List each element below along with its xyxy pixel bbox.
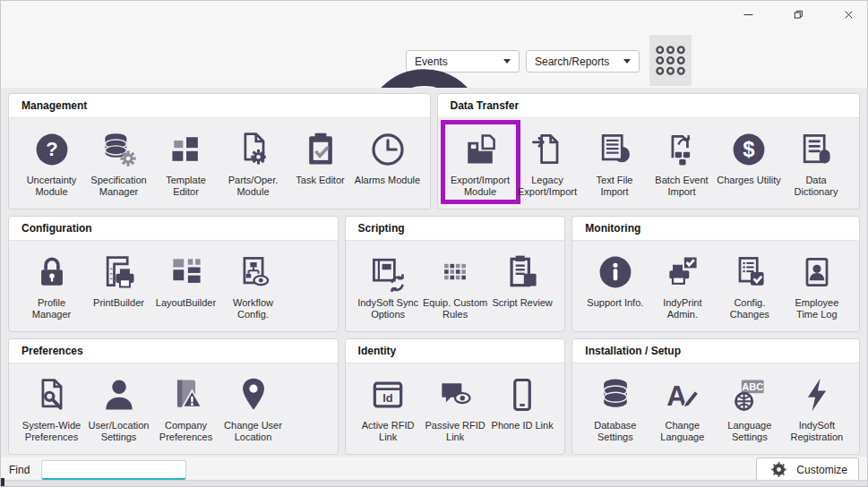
footer-bar: Find Customize bbox=[1, 457, 867, 483]
close-button[interactable] bbox=[841, 7, 856, 22]
tile-label: Charges Utility bbox=[717, 175, 781, 186]
tile-printbuilder[interactable]: PrintBuilder bbox=[85, 249, 152, 320]
map-pin-icon bbox=[234, 372, 273, 418]
minimize-button[interactable] bbox=[741, 7, 756, 22]
section-management: Management?Uncertainty ModuleSpecificati… bbox=[8, 93, 431, 209]
grid-small-icon bbox=[435, 249, 475, 295]
tile-label: Legacy Export/Import bbox=[514, 175, 581, 198]
tile-text-file-import[interactable]: Text File Import bbox=[581, 126, 649, 198]
tile-task-editor[interactable]: Task Editor bbox=[287, 126, 354, 198]
tile-label: Config. Changes bbox=[716, 297, 783, 320]
restore-button[interactable] bbox=[791, 7, 806, 22]
page-arrow-icon bbox=[528, 126, 567, 173]
corner-notch bbox=[1, 478, 4, 486]
tile-script-review[interactable]: Script Review bbox=[489, 249, 556, 320]
lock-icon bbox=[32, 249, 72, 295]
tile-passive-rfid-link[interactable]: Passive RFID Link bbox=[422, 372, 489, 443]
gear-icon bbox=[768, 458, 790, 481]
section-data-transfer: Data TransferExport/Import ModuleLegacy … bbox=[437, 93, 861, 209]
tile-label: Task Editor bbox=[296, 175, 344, 186]
tile-language-settings[interactable]: ABCLanguage Settings bbox=[716, 372, 783, 443]
data-dictionary-icon bbox=[796, 126, 836, 173]
svg-text:Id: Id bbox=[382, 391, 392, 405]
tile-label: Employee Time Log bbox=[783, 297, 850, 320]
tile-indysoft-sync-options[interactable]: IndySoft Sync Options bbox=[355, 249, 422, 320]
window-bottom-edge bbox=[1, 480, 867, 486]
abc-globe-icon: ABC bbox=[730, 372, 769, 418]
section-configuration: ConfigurationProfile ManagerPrintBuilder… bbox=[8, 216, 339, 332]
tile-database-settings[interactable]: Database Settings bbox=[581, 372, 649, 443]
svg-text:ABC: ABC bbox=[742, 381, 763, 392]
tile-parts-oper-module[interactable]: Parts/Oper. Module bbox=[219, 126, 287, 198]
document-gear-icon bbox=[234, 126, 273, 173]
svg-text:$: $ bbox=[743, 137, 754, 161]
tile-label: Template Editor bbox=[152, 175, 219, 198]
question-circle-icon: ? bbox=[32, 126, 72, 173]
section-scripting: ScriptingIndySoft Sync OptionsEquip. Cus… bbox=[345, 216, 566, 332]
tile-change-language[interactable]: AChange Language bbox=[649, 372, 716, 443]
find-input[interactable] bbox=[41, 460, 186, 480]
customize-button[interactable]: Customize bbox=[756, 457, 859, 482]
section-title: Data Transfer bbox=[438, 94, 860, 118]
tile-specification-manager[interactable]: Specification Manager bbox=[85, 126, 152, 198]
tile-label: IndyPrint Admin. bbox=[649, 297, 716, 320]
tile-company-preferences[interactable]: Company Preferences bbox=[152, 372, 219, 443]
tile-indysoft-registration[interactable]: IndySoft Registration bbox=[783, 372, 850, 443]
tile-label: PrintBuilder bbox=[93, 297, 144, 309]
tile-active-rfid-link[interactable]: IdActive RFID Link bbox=[355, 372, 422, 443]
tile-label: Passive RFID Link bbox=[422, 420, 489, 443]
tile-label: User/Location Settings bbox=[85, 420, 152, 443]
id-window-icon: Id bbox=[368, 372, 408, 418]
tile-support-info[interactable]: Support Info. bbox=[581, 249, 649, 320]
tile-batch-event-import[interactable]: Batch Event Import bbox=[649, 126, 716, 198]
tile-profile-manager[interactable]: Profile Manager bbox=[18, 249, 85, 320]
printer-check-icon bbox=[663, 249, 702, 295]
tile-label: IndySoft Registration bbox=[783, 420, 850, 443]
tile-phone-id-link[interactable]: Phone ID Link bbox=[489, 372, 556, 443]
section-identity: IdentityIdActive RFID LinkPassive RFID L… bbox=[345, 338, 566, 455]
clock-icon bbox=[368, 126, 408, 173]
tile-export-import-module[interactable]: Export/Import Module bbox=[447, 126, 514, 198]
tile-indyprint-admin[interactable]: IndyPrint Admin. bbox=[649, 249, 716, 320]
section-title: Management bbox=[9, 94, 430, 118]
tile-legacy-export-import[interactable]: Legacy Export/Import bbox=[514, 126, 581, 198]
phone-icon bbox=[503, 372, 542, 418]
section-title: Installation / Setup bbox=[572, 339, 859, 363]
tile-charges-utility[interactable]: $Charges Utility bbox=[716, 126, 783, 198]
tile-label: Batch Event Import bbox=[649, 175, 716, 198]
window-sync-icon bbox=[368, 249, 408, 295]
batch-event-icon bbox=[662, 126, 701, 173]
tile-label: IndySoft Sync Options bbox=[355, 297, 422, 320]
tile-label: Profile Manager bbox=[18, 297, 85, 320]
layout-grid-icon bbox=[167, 249, 206, 295]
section-title: Preferences bbox=[9, 339, 338, 363]
tile-label: Change Language bbox=[649, 420, 716, 443]
section-title: Configuration bbox=[9, 217, 338, 241]
tile-label: Parts/Oper. Module bbox=[219, 175, 287, 198]
tile-layoutbuilder[interactable]: LayoutBuilder bbox=[152, 249, 219, 320]
tile-config-changes[interactable]: Config. Changes bbox=[716, 249, 783, 320]
tile-label: Company Preferences bbox=[152, 420, 219, 443]
tile-template-editor[interactable]: Template Editor bbox=[152, 126, 219, 198]
section-title: Identity bbox=[346, 339, 565, 363]
clipboard-check-icon bbox=[301, 126, 340, 173]
module-sections: Management?Uncertainty ModuleSpecificati… bbox=[1, 88, 867, 457]
tile-user-location-settings[interactable]: User/Location Settings bbox=[85, 372, 152, 443]
printer-ruler-icon bbox=[99, 249, 139, 295]
tile-label: LayoutBuilder bbox=[156, 297, 216, 309]
section-monitoring: MonitoringSupport Info.IndyPrint Admin.C… bbox=[572, 216, 860, 332]
tile-equip-custom-rules[interactable]: Equip. Custom Rules bbox=[422, 249, 489, 320]
tile-label: Data Dictionary bbox=[783, 175, 850, 198]
tile-label: Support Info. bbox=[587, 297, 643, 309]
tile-data-dictionary[interactable]: Data Dictionary bbox=[783, 126, 850, 198]
tile-workflow-config[interactable]: Workflow Config. bbox=[219, 249, 287, 320]
tile-uncertainty-module[interactable]: ?Uncertainty Module bbox=[18, 126, 85, 198]
tile-employee-time-log[interactable]: Employee Time Log bbox=[783, 249, 850, 320]
tile-system-wide-preferences[interactable]: System-Wide Preferences bbox=[18, 372, 85, 443]
doc-check-icon bbox=[730, 249, 769, 295]
tile-label: Workflow Config. bbox=[219, 297, 287, 320]
close-icon bbox=[841, 7, 856, 22]
tile-alarms-module[interactable]: Alarms Module bbox=[354, 126, 421, 198]
tile-change-user-location[interactable]: Change User Location bbox=[219, 372, 287, 443]
tile-label: Export/Import Module bbox=[447, 175, 514, 198]
